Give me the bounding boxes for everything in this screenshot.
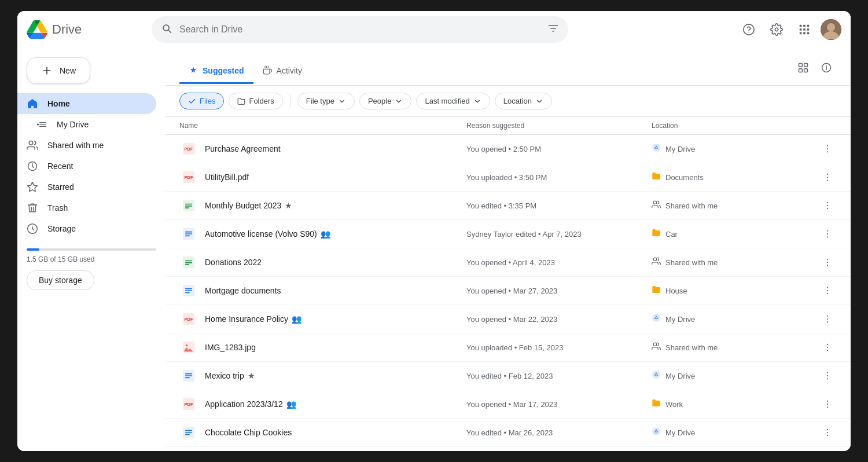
reason-cell: You opened • April 4, 2023 xyxy=(466,258,652,267)
sidebar-item-trash[interactable]: Trash xyxy=(17,197,156,218)
location-icon xyxy=(652,143,661,155)
svg-point-51 xyxy=(827,316,828,317)
table-row[interactable]: PDF UtilityBill.pdf You uploaded • 3:50 … xyxy=(165,163,851,192)
file-badge: ★ xyxy=(248,371,255,380)
more-options-button[interactable] xyxy=(818,253,837,272)
more-options-button[interactable] xyxy=(818,168,837,186)
svg-point-61 xyxy=(827,372,828,373)
location-text: Shared with me xyxy=(665,201,718,210)
filter-people-chip[interactable]: People xyxy=(359,93,411,109)
svg-point-59 xyxy=(827,350,828,351)
more-options-button[interactable] xyxy=(818,196,837,215)
file-icon xyxy=(179,423,198,442)
more-options-button[interactable] xyxy=(818,366,837,385)
content-header: Suggested Activity xyxy=(165,48,851,86)
location-cell: Shared with me xyxy=(652,342,814,353)
sidebar-item-storage[interactable]: Storage xyxy=(17,218,156,239)
main-layout: New Home My Drive Shared with me Recent xyxy=(17,48,851,451)
reason-cell: You edited • Mar 26, 2023 xyxy=(466,428,652,437)
table-row[interactable]: Chocolate Chip Cookies You edited • Mar … xyxy=(165,419,851,447)
search-filter-icon[interactable] xyxy=(547,23,559,37)
location-cell: House xyxy=(652,285,814,296)
svg-point-41 xyxy=(653,258,656,261)
location-text: Work xyxy=(665,400,683,409)
svg-rect-9 xyxy=(803,32,806,35)
filter-people-label: People xyxy=(368,97,391,105)
location-text: Shared with me xyxy=(665,343,718,352)
table-row[interactable]: Donations 2022 You opened • April 4, 202… xyxy=(165,248,851,277)
search-bar[interactable] xyxy=(152,16,568,43)
file-icon xyxy=(179,225,198,243)
svg-rect-4 xyxy=(807,25,810,27)
tab-suggested[interactable]: Suggested xyxy=(179,59,253,84)
more-options-button[interactable] xyxy=(818,140,837,158)
reason-cell: You edited • Feb 12, 2023 xyxy=(466,372,652,380)
filter-files-chip[interactable]: Files xyxy=(179,93,224,109)
svg-point-66 xyxy=(827,401,828,402)
svg-point-71 xyxy=(827,432,828,433)
sidebar-item-home-label: Home xyxy=(47,99,70,108)
table-row[interactable]: IMG_1283.jpg You uploaded • Feb 15, 2023… xyxy=(165,333,851,362)
grid-view-button[interactable] xyxy=(793,57,814,78)
table-row[interactable]: PDF Purchase Agreement You opened • 2:50… xyxy=(165,135,851,163)
table-row[interactable]: Monthly Budget 2023★ You edited • 3:35 P… xyxy=(165,192,851,220)
location-text: My Drive xyxy=(665,428,695,437)
file-name-cell: Donations 2022 xyxy=(179,253,466,272)
storage-bar-bg xyxy=(27,248,156,251)
tab-activity[interactable]: Activity xyxy=(253,59,311,84)
filter-last-modified-chip[interactable]: Last modified xyxy=(416,93,490,109)
filter-folders-chip[interactable]: Folders xyxy=(229,93,282,109)
app-title: Drive xyxy=(52,22,82,37)
sidebar-item-starred[interactable]: Starred xyxy=(17,177,156,197)
more-options-button[interactable] xyxy=(818,423,837,442)
sidebar: New Home My Drive Shared with me Recent xyxy=(17,48,165,451)
more-options-button[interactable] xyxy=(818,338,837,357)
more-options-button[interactable] xyxy=(818,310,837,328)
table-header-row: Name Reason suggested Location xyxy=(165,117,851,135)
more-options-button[interactable] xyxy=(818,225,837,243)
sidebar-item-shared[interactable]: Shared with me xyxy=(17,135,156,156)
table-row[interactable]: Mortgage documents You opened • Mar 27, … xyxy=(165,277,851,305)
topbar: Drive xyxy=(17,11,851,48)
help-button[interactable] xyxy=(737,18,760,41)
table-row[interactable]: PDF Application 2023/3/12👥 You opened • … xyxy=(165,390,851,419)
file-name: Home Insurance Policy xyxy=(205,314,288,324)
table-row[interactable]: Automotive license (Volvo S90)👥 Sydney T… xyxy=(165,220,851,248)
info-view-button[interactable] xyxy=(816,57,837,78)
reason-cell: You opened • 2:50 PM xyxy=(466,145,652,153)
svg-point-56 xyxy=(653,343,656,346)
search-input[interactable] xyxy=(179,24,540,35)
storage-bar-fill xyxy=(27,248,39,251)
tab-activity-label: Activity xyxy=(277,66,302,75)
file-icon xyxy=(179,338,198,357)
sidebar-item-my-drive[interactable]: My Drive xyxy=(17,114,156,135)
file-name-text: UtilityBill.pdf xyxy=(205,173,249,182)
apps-button[interactable] xyxy=(793,18,816,41)
file-name: Mexico trip xyxy=(205,371,244,380)
filter-location-chip[interactable]: Location xyxy=(495,93,552,109)
file-table: Name Reason suggested Location PDF Purch… xyxy=(165,117,851,451)
file-name-cell: Chocolate Chip Cookies xyxy=(179,423,466,442)
user-avatar[interactable] xyxy=(821,19,841,40)
svg-point-72 xyxy=(827,435,828,436)
svg-point-38 xyxy=(827,233,828,234)
settings-button[interactable] xyxy=(765,18,788,41)
more-options-button[interactable] xyxy=(818,281,837,300)
table-row[interactable]: PDF Home Insurance Policy👥 You opened • … xyxy=(165,305,851,333)
sidebar-item-home[interactable]: Home xyxy=(17,93,156,114)
more-options-button[interactable] xyxy=(818,395,837,413)
filter-file-type-chip[interactable]: File type xyxy=(297,93,355,109)
table-row[interactable]: Mexico trip★ You edited • Feb 12, 2023 M… xyxy=(165,362,851,390)
svg-rect-7 xyxy=(807,28,810,31)
location-cell: My Drive xyxy=(652,427,814,438)
buy-storage-button[interactable]: Buy storage xyxy=(27,270,94,290)
location-cell: Shared with me xyxy=(652,256,814,268)
file-name-cell: IMG_1283.jpg xyxy=(179,338,466,357)
sidebar-item-recent[interactable]: Recent xyxy=(17,156,156,177)
filter-files-label: Files xyxy=(200,97,215,105)
file-badge: 👥 xyxy=(286,399,296,409)
new-button[interactable]: New xyxy=(27,57,90,84)
sidebar-item-my-drive-label: My Drive xyxy=(57,120,89,129)
svg-point-52 xyxy=(827,318,828,320)
topbar-right xyxy=(737,18,841,41)
